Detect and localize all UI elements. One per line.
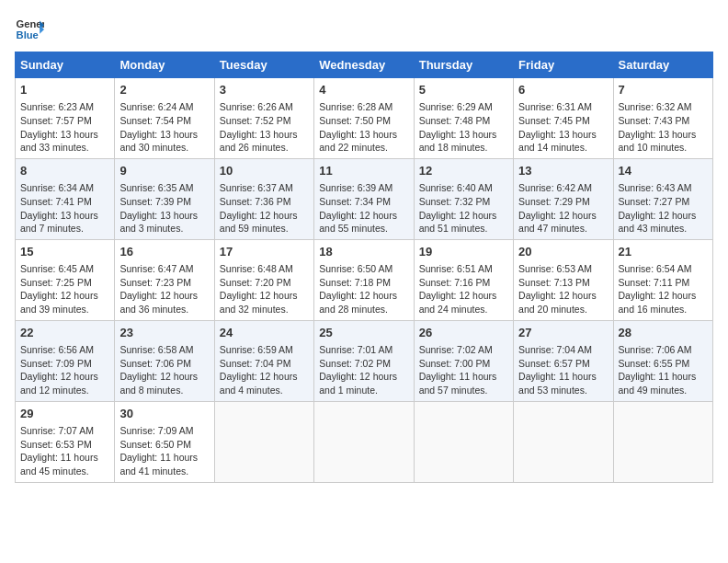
calendar-cell: 16Sunrise: 6:47 AM Sunset: 7:23 PM Dayli…	[115, 239, 214, 320]
day-number: 30	[119, 406, 209, 422]
calendar-cell: 27Sunrise: 7:04 AM Sunset: 6:57 PM Dayli…	[514, 320, 613, 401]
day-number: 12	[419, 163, 508, 179]
day-number: 22	[20, 325, 109, 341]
day-number: 9	[119, 163, 209, 179]
calendar-cell: 23Sunrise: 6:58 AM Sunset: 7:06 PM Dayli…	[115, 320, 214, 401]
day-info: Sunrise: 6:32 AM Sunset: 7:43 PM Dayligh…	[619, 100, 708, 155]
day-info: Sunrise: 6:51 AM Sunset: 7:16 PM Dayligh…	[419, 262, 508, 316]
day-info: Sunrise: 6:56 AM Sunset: 7:09 PM Dayligh…	[20, 343, 109, 397]
calendar-cell: 29Sunrise: 7:07 AM Sunset: 6:53 PM Dayli…	[16, 401, 115, 482]
day-number: 2	[119, 82, 209, 98]
day-number: 27	[518, 325, 608, 341]
day-info: Sunrise: 6:59 AM Sunset: 7:04 PM Dayligh…	[220, 343, 309, 397]
day-number: 11	[319, 163, 408, 179]
day-number: 19	[419, 244, 508, 260]
page-header: General Blue	[15, 15, 713, 44]
logo-icon: General Blue	[15, 15, 44, 44]
day-info: Sunrise: 6:40 AM Sunset: 7:32 PM Dayligh…	[419, 181, 508, 236]
day-info: Sunrise: 6:34 AM Sunset: 7:41 PM Dayligh…	[20, 181, 109, 236]
day-info: Sunrise: 6:48 AM Sunset: 7:20 PM Dayligh…	[220, 262, 309, 316]
day-number: 6	[518, 82, 608, 98]
calendar-week-row: 29Sunrise: 7:07 AM Sunset: 6:53 PM Dayli…	[16, 401, 713, 482]
day-number: 10	[220, 163, 309, 179]
day-number: 13	[518, 163, 608, 179]
calendar-cell: 26Sunrise: 7:02 AM Sunset: 7:00 PM Dayli…	[414, 320, 513, 401]
calendar-cell: 7Sunrise: 6:32 AM Sunset: 7:43 PM Daylig…	[613, 78, 712, 159]
calendar-cell: 24Sunrise: 6:59 AM Sunset: 7:04 PM Dayli…	[214, 320, 313, 401]
calendar-cell: 22Sunrise: 6:56 AM Sunset: 7:09 PM Dayli…	[16, 320, 115, 401]
day-info: Sunrise: 6:50 AM Sunset: 7:18 PM Dayligh…	[319, 262, 408, 316]
day-info: Sunrise: 6:24 AM Sunset: 7:54 PM Dayligh…	[119, 100, 209, 155]
calendar-cell	[214, 401, 313, 482]
day-number: 21	[619, 244, 708, 260]
calendar-body: 1Sunrise: 6:23 AM Sunset: 7:57 PM Daylig…	[16, 78, 713, 483]
calendar-cell: 4Sunrise: 6:28 AM Sunset: 7:50 PM Daylig…	[314, 78, 414, 159]
header-friday: Friday	[514, 52, 613, 78]
day-number: 8	[20, 163, 109, 179]
calendar-table: SundayMondayTuesdayWednesdayThursdayFrid…	[15, 52, 713, 483]
calendar-cell: 11Sunrise: 6:39 AM Sunset: 7:34 PM Dayli…	[314, 158, 414, 239]
day-info: Sunrise: 6:37 AM Sunset: 7:36 PM Dayligh…	[220, 181, 309, 236]
day-info: Sunrise: 7:09 AM Sunset: 6:50 PM Dayligh…	[119, 424, 209, 478]
day-number: 26	[419, 325, 508, 341]
calendar-cell	[414, 401, 513, 482]
calendar-cell: 3Sunrise: 6:26 AM Sunset: 7:52 PM Daylig…	[214, 78, 313, 159]
calendar-cell: 9Sunrise: 6:35 AM Sunset: 7:39 PM Daylig…	[115, 158, 214, 239]
calendar-cell: 1Sunrise: 6:23 AM Sunset: 7:57 PM Daylig…	[16, 78, 115, 159]
day-info: Sunrise: 7:06 AM Sunset: 6:55 PM Dayligh…	[619, 343, 708, 397]
calendar-header-row: SundayMondayTuesdayWednesdayThursdayFrid…	[16, 52, 713, 78]
calendar-cell: 21Sunrise: 6:54 AM Sunset: 7:11 PM Dayli…	[613, 239, 712, 320]
day-info: Sunrise: 6:28 AM Sunset: 7:50 PM Dayligh…	[319, 100, 408, 155]
day-number: 17	[220, 244, 309, 260]
day-number: 14	[619, 163, 708, 179]
header-thursday: Thursday	[414, 52, 513, 78]
day-info: Sunrise: 7:04 AM Sunset: 6:57 PM Dayligh…	[518, 343, 608, 397]
day-info: Sunrise: 6:26 AM Sunset: 7:52 PM Dayligh…	[220, 100, 309, 155]
day-info: Sunrise: 6:53 AM Sunset: 7:13 PM Dayligh…	[518, 262, 608, 316]
logo: General Blue	[15, 15, 48, 44]
day-info: Sunrise: 6:58 AM Sunset: 7:06 PM Dayligh…	[119, 343, 209, 397]
day-number: 23	[119, 325, 209, 341]
calendar-cell: 14Sunrise: 6:43 AM Sunset: 7:27 PM Dayli…	[613, 158, 712, 239]
calendar-cell: 10Sunrise: 6:37 AM Sunset: 7:36 PM Dayli…	[214, 158, 313, 239]
calendar-cell: 17Sunrise: 6:48 AM Sunset: 7:20 PM Dayli…	[214, 239, 313, 320]
calendar-cell: 20Sunrise: 6:53 AM Sunset: 7:13 PM Dayli…	[514, 239, 613, 320]
day-info: Sunrise: 6:23 AM Sunset: 7:57 PM Dayligh…	[20, 100, 109, 155]
day-number: 4	[319, 82, 408, 98]
day-info: Sunrise: 6:54 AM Sunset: 7:11 PM Dayligh…	[619, 262, 708, 316]
day-number: 3	[220, 82, 309, 98]
day-info: Sunrise: 6:31 AM Sunset: 7:45 PM Dayligh…	[518, 100, 608, 155]
day-info: Sunrise: 7:01 AM Sunset: 7:02 PM Dayligh…	[319, 343, 408, 397]
calendar-cell: 6Sunrise: 6:31 AM Sunset: 7:45 PM Daylig…	[514, 78, 613, 159]
day-number: 7	[619, 82, 708, 98]
calendar-cell: 12Sunrise: 6:40 AM Sunset: 7:32 PM Dayli…	[414, 158, 513, 239]
calendar-week-row: 22Sunrise: 6:56 AM Sunset: 7:09 PM Dayli…	[16, 320, 713, 401]
calendar-cell: 8Sunrise: 6:34 AM Sunset: 7:41 PM Daylig…	[16, 158, 115, 239]
header-saturday: Saturday	[613, 52, 712, 78]
svg-text:Blue: Blue	[17, 29, 39, 40]
header-tuesday: Tuesday	[214, 52, 313, 78]
calendar-cell: 30Sunrise: 7:09 AM Sunset: 6:50 PM Dayli…	[115, 401, 214, 482]
calendar-week-row: 1Sunrise: 6:23 AM Sunset: 7:57 PM Daylig…	[16, 78, 713, 159]
header-sunday: Sunday	[16, 52, 115, 78]
day-number: 15	[20, 244, 109, 260]
day-info: Sunrise: 6:43 AM Sunset: 7:27 PM Dayligh…	[619, 181, 708, 236]
calendar-week-row: 8Sunrise: 6:34 AM Sunset: 7:41 PM Daylig…	[16, 158, 713, 239]
day-info: Sunrise: 7:02 AM Sunset: 7:00 PM Dayligh…	[419, 343, 508, 397]
calendar-cell	[613, 401, 712, 482]
calendar-cell: 19Sunrise: 6:51 AM Sunset: 7:16 PM Dayli…	[414, 239, 513, 320]
calendar-cell: 5Sunrise: 6:29 AM Sunset: 7:48 PM Daylig…	[414, 78, 513, 159]
day-info: Sunrise: 6:45 AM Sunset: 7:25 PM Dayligh…	[20, 262, 109, 316]
calendar-cell: 2Sunrise: 6:24 AM Sunset: 7:54 PM Daylig…	[115, 78, 214, 159]
day-info: Sunrise: 6:29 AM Sunset: 7:48 PM Dayligh…	[419, 100, 508, 155]
day-number: 5	[419, 82, 508, 98]
day-number: 28	[619, 325, 708, 341]
calendar-cell	[314, 401, 414, 482]
calendar-cell	[514, 401, 613, 482]
day-number: 29	[20, 406, 109, 422]
day-info: Sunrise: 6:39 AM Sunset: 7:34 PM Dayligh…	[319, 181, 408, 236]
day-info: Sunrise: 6:35 AM Sunset: 7:39 PM Dayligh…	[119, 181, 209, 236]
day-number: 24	[220, 325, 309, 341]
header-wednesday: Wednesday	[314, 52, 414, 78]
calendar-cell: 18Sunrise: 6:50 AM Sunset: 7:18 PM Dayli…	[314, 239, 414, 320]
